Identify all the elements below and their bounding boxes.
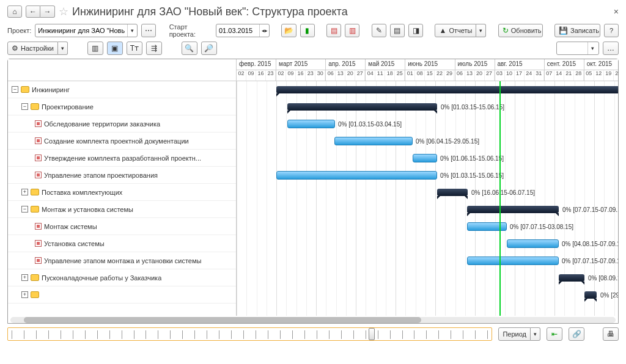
summary-bar[interactable] <box>276 86 618 93</box>
close-button[interactable]: × <box>614 7 619 16</box>
expand-toggle[interactable]: + <box>21 291 28 298</box>
settings-split-button[interactable]: ⚙Настройки ▾ <box>7 42 68 55</box>
summary-bar[interactable]: 0% [07.07.15-07.09.15] <box>467 206 559 213</box>
zoom-in-button[interactable]: 🔍 <box>182 42 197 55</box>
columns-button[interactable]: ▥ <box>87 42 103 55</box>
scale-more-button[interactable]: … <box>603 42 619 55</box>
bar-label: 0% [16.06.15-06.07.15] <box>471 189 535 197</box>
summary-bar[interactable]: 0% [29.09.15... <box>584 291 597 299</box>
tree-row[interactable]: Создание комплекта проектной документаци… <box>8 133 236 150</box>
period-split-button[interactable]: Период ▾ <box>498 327 540 341</box>
tree-row[interactable]: −Инжиниринг <box>8 81 236 98</box>
refresh-icon: ↻ <box>503 26 509 35</box>
link-mode-button[interactable]: 🔗 <box>569 327 584 341</box>
scale-input[interactable] <box>557 42 587 54</box>
period-dropdown-arrow[interactable]: ▾ <box>531 327 540 341</box>
expand-toggle[interactable]: + <box>21 274 28 281</box>
tree-row[interactable]: −Монтаж и установка системы <box>8 201 236 218</box>
task-bar[interactable]: 0% [01.03.15-03.04.15] <box>287 120 335 128</box>
bar-label: 0% [08.09.15-28... <box>588 274 618 283</box>
horizontal-scrollbar[interactable] <box>10 317 616 323</box>
tree-row[interactable]: + <box>8 286 236 304</box>
date-stepper-icon[interactable]: ◂▸ <box>259 24 269 37</box>
task-tree-panel: −Инжиниринг−ПроектированиеОбследование т… <box>8 59 237 316</box>
tree-row[interactable]: +Поставка комплектующих <box>8 184 236 201</box>
tree-row[interactable]: Управление этапом монтажа и установки си… <box>8 252 236 269</box>
notebook-icon: ▮ <box>305 26 309 35</box>
project-lookup-button[interactable]: ⋯ <box>141 24 156 37</box>
tree-row[interactable]: Утверждение комплекта разработанной прое… <box>8 150 236 167</box>
task-bar[interactable]: 0% [07.07.15-07.09.15] <box>467 257 559 265</box>
project-dropdown-icon[interactable]: ▾ <box>127 24 137 37</box>
tree-row[interactable]: −Проектирование <box>8 98 236 115</box>
tree-row[interactable]: +Пусконаладочные работы у Заказчика <box>8 269 236 286</box>
timeline-ruler[interactable] <box>7 327 492 341</box>
open-folder-button[interactable]: 📂 <box>281 24 296 37</box>
folder-icon <box>31 291 39 298</box>
cube-button[interactable]: ◨ <box>408 24 423 37</box>
favorite-star-icon[interactable]: ☆ <box>59 5 68 18</box>
zoom-out-button[interactable]: 🔎 <box>201 42 217 55</box>
calendar-abc-icon: ▤ <box>331 26 337 35</box>
tree-row-label: Создание комплекта проектной документаци… <box>44 137 189 145</box>
refresh-button[interactable]: ↻Обновить <box>498 24 543 37</box>
month-label: июль 2015 <box>455 59 495 70</box>
summary-bar[interactable]: 0% [08.09.15-28... <box>559 274 584 282</box>
task-bar[interactable]: 0% [07.07.15-03.08.15] <box>467 222 507 231</box>
calendar-abc-button[interactable]: ▤ <box>326 24 341 37</box>
project-combo[interactable]: ▾ <box>35 24 138 37</box>
arrow-right-icon: → <box>44 7 51 16</box>
home-button[interactable]: ⌂ <box>7 5 22 18</box>
week-day-label: 13 <box>465 70 475 81</box>
text-button[interactable]: Tᴛ <box>127 42 142 55</box>
start-date-field[interactable]: ◂▸ <box>216 24 270 37</box>
week-day-label: 31 <box>534 70 544 81</box>
ellipsis-icon: ⋯ <box>145 26 152 35</box>
reports-split-button[interactable]: ▲Отчеты ▾ <box>435 24 486 37</box>
expand-toggle[interactable]: − <box>21 103 28 110</box>
ellipsis-icon: … <box>607 44 614 53</box>
home-icon: ⌂ <box>12 7 17 16</box>
expand-toggle[interactable]: − <box>21 206 28 213</box>
project-input[interactable] <box>35 24 127 37</box>
task-bar[interactable]: 0% [06.04.15-29.05.15] <box>334 137 413 145</box>
ruler-slider-handle[interactable] <box>369 328 375 340</box>
collapse-left-button[interactable]: ⇤ <box>547 327 562 341</box>
cube-icon: ◨ <box>413 26 419 35</box>
tree-row-label: Управление этапом монтажа и установки си… <box>44 257 201 264</box>
framed-view-button[interactable]: ▣ <box>107 42 123 55</box>
gantt-row: 0% [07.07.15-07.09.15] <box>237 201 618 218</box>
scale-combo[interactable]: ▾ <box>556 42 599 55</box>
start-date-input[interactable] <box>216 24 259 37</box>
scrollbar-thumb[interactable] <box>24 317 421 323</box>
edit-button[interactable]: ✎ <box>372 24 386 37</box>
week-day-label: 17 <box>515 70 525 81</box>
list-view-button[interactable]: ▤ <box>390 24 405 37</box>
expand-toggle[interactable]: + <box>21 189 28 195</box>
reports-dropdown-arrow[interactable]: ▾ <box>476 24 486 37</box>
task-bar[interactable]: 0% [01.03.15-15.06.15] <box>276 171 437 180</box>
task-bar[interactable]: 0% [04.08.15-07.09.15] <box>507 239 559 248</box>
settings-dropdown-arrow[interactable]: ▾ <box>58 42 68 55</box>
tree-row[interactable]: Обследование территории заказчика <box>8 115 236 133</box>
week-day-label: 18 <box>385 70 395 81</box>
tree-row[interactable]: Установка системы <box>8 235 236 252</box>
folder-icon <box>31 189 39 195</box>
help-button[interactable]: ? <box>604 24 619 37</box>
summary-bar[interactable]: 0% [01.03.15-15.06.15] <box>287 103 437 111</box>
forward-button[interactable]: → <box>40 5 55 18</box>
save-button[interactable]: 💾Записать <box>554 24 600 37</box>
tree-row[interactable]: Управление этапом проектирования <box>8 167 236 184</box>
week-day-label: 30 <box>315 70 325 81</box>
tree-row[interactable]: Монтаж системы <box>8 218 236 235</box>
expand-toggle[interactable]: − <box>12 86 18 93</box>
calendar-button[interactable]: ▥ <box>345 24 359 37</box>
notes-button[interactable]: ▮ <box>300 24 315 37</box>
tree-button[interactable]: ⇶ <box>146 42 162 55</box>
print-button[interactable]: 🖶 <box>603 327 619 341</box>
scale-dropdown-icon[interactable]: ▾ <box>587 42 597 54</box>
task-bar[interactable]: 0% [01.06.15-15.06.15] <box>413 154 437 162</box>
week-day-label: 22 <box>435 70 444 81</box>
summary-bar[interactable]: 0% [16.06.15-06.07.15] <box>437 189 468 196</box>
back-button[interactable]: ← <box>26 5 40 18</box>
